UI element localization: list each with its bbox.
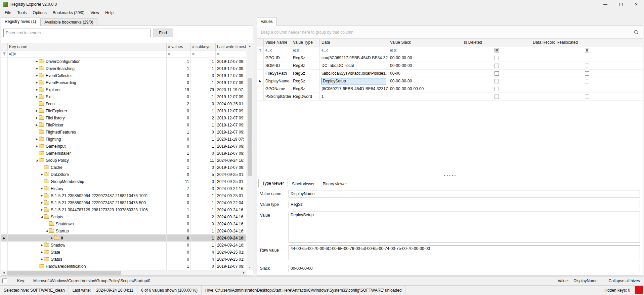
- tree-expand-icon[interactable]: ▶: [35, 138, 39, 141]
- tree-row[interactable]: Fcon202024-09-25 01:: [1, 100, 246, 107]
- tree-collapse-icon[interactable]: ◢: [40, 215, 44, 218]
- column-header-data[interactable]: Data: [320, 39, 388, 46]
- checkbox-unchecked[interactable]: [585, 56, 589, 60]
- tree-horizontal-scrollbar[interactable]: ◀ ▶: [1, 270, 247, 275]
- column-header-values-count[interactable]: # values: [167, 43, 191, 50]
- column-header-value-name[interactable]: Value Name: [264, 39, 291, 46]
- tree-row[interactable]: Shutdown002024-09-24 16:: [1, 220, 246, 227]
- tree-row[interactable]: Cache102019-12-07 09:: [1, 164, 246, 171]
- menu-file[interactable]: File: [2, 9, 14, 16]
- value-name-field[interactable]: [289, 190, 640, 197]
- column-header-is-deleted[interactable]: Is Deleted: [462, 39, 531, 46]
- tree-expand-icon[interactable]: ▶: [40, 194, 44, 197]
- tree-row[interactable]: ▶FilePicker012019-12-07 09:: [1, 121, 246, 128]
- scroll-up-icon[interactable]: ▲: [247, 43, 253, 48]
- slack-field[interactable]: [289, 265, 640, 272]
- tree-expand-icon[interactable]: ▶: [35, 81, 39, 84]
- column-header-last-write[interactable]: Last write timestamp: [216, 43, 246, 50]
- tree-row[interactable]: GroupMembership1102024-09-25 01:: [1, 178, 246, 185]
- tree-row[interactable]: ▶EventCollector032019-12-07 09:: [1, 72, 246, 79]
- value-type-field[interactable]: [289, 201, 640, 208]
- checkbox-unchecked[interactable]: [495, 56, 499, 60]
- menu-tools[interactable]: Tools: [14, 9, 30, 16]
- checkbox-unchecked[interactable]: [585, 64, 589, 68]
- tree-row[interactable]: ▶▶0612024-09-24 16:: [1, 234, 246, 242]
- menu-view[interactable]: View: [87, 9, 102, 16]
- tree-row[interactable]: ▶Shadow012024-09-24 16:: [1, 242, 246, 249]
- tree-row[interactable]: ◢Group Policy0112024-09-24 16:: [1, 157, 246, 164]
- tree-expand-icon[interactable]: ▶: [50, 236, 54, 239]
- checkbox-unchecked[interactable]: [495, 79, 499, 83]
- active-cell-editor[interactable]: DeploySetup: [321, 78, 386, 84]
- splitter-handle[interactable]: [257, 173, 643, 178]
- tree-row[interactable]: FlightedFeatures102019-12-07 09:: [1, 128, 246, 136]
- tree-row[interactable]: ▶DataStore052024-09-25 01:: [1, 171, 246, 178]
- checkbox-unchecked[interactable]: [495, 71, 499, 76]
- tree-row[interactable]: GameInstaller102019-12-07 09:: [1, 150, 246, 157]
- horizontal-scrollbar-thumb[interactable]: [7, 271, 121, 275]
- checkbox-indeterminate[interactable]: [585, 48, 589, 52]
- tab-binary-viewer[interactable]: Binary viewer: [318, 180, 351, 188]
- tree-expand-icon[interactable]: ▶: [40, 258, 44, 261]
- tree-row[interactable]: ◢Scripts022024-09-24 16:: [1, 213, 246, 220]
- panel-splitter-handle[interactable]: [254, 139, 256, 146]
- tree-expand-icon[interactable]: ▶: [35, 95, 39, 98]
- tree-row[interactable]: ▶FileExplorer012019-12-07 09:: [1, 107, 246, 114]
- tab-values[interactable]: Values: [257, 17, 277, 26]
- key-bar-checkbox[interactable]: [2, 279, 7, 283]
- scroll-down-icon[interactable]: ▼: [247, 264, 253, 270]
- column-header-data-record-reallocated[interactable]: Data Record Reallocated: [531, 39, 643, 46]
- tree-expand-icon[interactable]: ▶: [35, 74, 39, 77]
- vertical-scrollbar-thumb[interactable]: [248, 78, 252, 176]
- tree-row[interactable]: ▶Flighting012020-11-19 07:: [1, 136, 246, 143]
- tree-expand-icon[interactable]: ▶: [35, 60, 39, 63]
- data-filter-cell[interactable]: [320, 46, 388, 54]
- values-row[interactable]: ▶DisplayNameRegSzDeploySetup00-00-00-00: [257, 77, 643, 85]
- is-deleted-filter-cell[interactable]: [462, 46, 531, 54]
- search-input[interactable]: [3, 29, 151, 37]
- tree-expand-icon[interactable]: ▶: [40, 173, 44, 176]
- key-name-filter-cell[interactable]: [8, 50, 167, 58]
- tab-type-viewer[interactable]: Type viewer: [258, 179, 288, 188]
- column-header-key-name[interactable]: Key name: [8, 43, 167, 50]
- menu-help[interactable]: Help: [102, 9, 117, 16]
- tree-expand-icon[interactable]: ▶: [35, 116, 39, 119]
- tree-vertical-scrollbar[interactable]: ▲ ▼: [247, 43, 253, 270]
- tree-row[interactable]: ▶DriverConfiguration112019-12-07 09:: [1, 58, 246, 65]
- tree-row[interactable]: ▶Status042024-09-25 01:: [1, 256, 246, 263]
- tab-slack-viewer[interactable]: Slack viewer: [288, 180, 318, 188]
- checkbox-unchecked[interactable]: [585, 71, 589, 76]
- value-slack-filter-cell[interactable]: [388, 46, 462, 54]
- subkeys-filter-cell[interactable]: =: [191, 50, 216, 58]
- tree-row[interactable]: ▶EventForwarding012019-12-07 09:: [1, 79, 246, 86]
- tree-expand-icon[interactable]: ▶: [35, 88, 39, 91]
- tree-row[interactable]: ▶History732024-09-24 16:: [1, 185, 246, 192]
- tree-expand-icon[interactable]: ▶: [40, 201, 44, 204]
- column-header-subkeys-count[interactable]: # subkeys: [191, 43, 216, 50]
- values-filter-cell[interactable]: =: [167, 50, 191, 58]
- value-name-filter-cell[interactable]: [264, 46, 291, 54]
- values-row[interactable]: PSScriptOrderRegDword1: [257, 93, 643, 101]
- values-row[interactable]: GPONameRegSz{8C069217-9EBB-454D-BE84-323…: [257, 85, 643, 93]
- tree-expand-icon[interactable]: ▶: [40, 244, 44, 247]
- tree-row[interactable]: ◢Startup012024-09-24 16:: [1, 227, 246, 234]
- title-bar[interactable]: Registry Explorer v2.0.0.0 — ✕: [0, 0, 644, 9]
- column-header-value-type[interactable]: Value Type: [291, 39, 320, 46]
- checkbox-unchecked[interactable]: [585, 87, 589, 91]
- raw-value-field[interactable]: 44-00-65-00-70-00-6C-00-6F-00-79-00-53-0…: [289, 245, 640, 260]
- tree-expand-icon[interactable]: ▶: [35, 67, 39, 70]
- checkbox-unchecked[interactable]: [495, 95, 499, 99]
- tree-row[interactable]: ▶FileHistory022019-12-07 09:: [1, 114, 246, 121]
- tree-collapse-icon[interactable]: ◢: [45, 229, 49, 232]
- values-row[interactable]: GPO-IDRegSzcn={8C069217-9EBB-454D-BE84-3…: [257, 54, 643, 62]
- tab-registry-hives[interactable]: Registry hives (1): [1, 17, 40, 26]
- tree-row[interactable]: ▶DriverSearching112019-12-07 09:: [1, 65, 246, 72]
- reallocated-filter-cell[interactable]: [531, 46, 643, 54]
- tree-row[interactable]: ▶State042024-09-25 01:: [1, 249, 246, 256]
- values-row[interactable]: SOM-IDRegSzDC=abc,DC=local00-00-00-00: [257, 62, 643, 70]
- checkbox-unchecked[interactable]: [585, 95, 589, 99]
- tab-available-bookmarks[interactable]: Available bookmarks (29/0): [40, 19, 97, 26]
- checkbox-unchecked[interactable]: [585, 79, 589, 83]
- scroll-right-icon[interactable]: ▶: [241, 270, 247, 275]
- tree-row[interactable]: ▶Explorer19792020-11-19 07:: [1, 86, 246, 93]
